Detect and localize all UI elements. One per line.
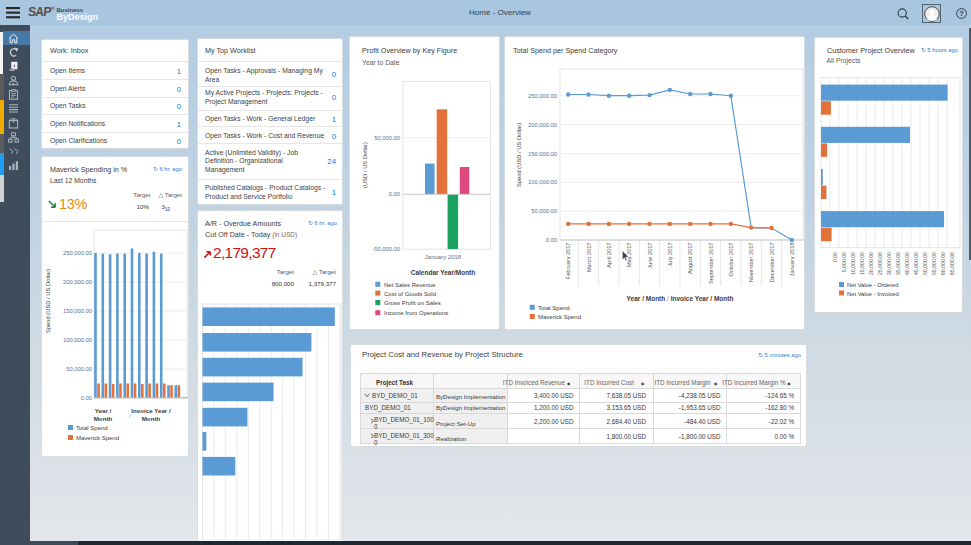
svg-text:Net Value - Ordered: Net Value - Ordered <box>847 282 898 288</box>
svg-text:15,000.00: 15,000.00 <box>859 252 865 275</box>
svg-text:February 2017: February 2017 <box>565 243 571 279</box>
svg-text:Total Spend: Total Spend <box>538 305 570 311</box>
svg-text:September 2017: September 2017 <box>708 243 714 284</box>
svg-text:Calendar Year/Month: Calendar Year/Month <box>411 269 476 276</box>
svg-text:30,000.00: 30,000.00 <box>886 252 892 275</box>
svg-text:150,000.00: 150,000.00 <box>528 151 557 157</box>
svg-text:Month: Month <box>94 415 113 422</box>
svg-text:July 2017: July 2017 <box>667 243 673 267</box>
svg-text:50,000.00: 50,000.00 <box>531 208 557 214</box>
svg-text:50,000.00: 50,000.00 <box>922 252 928 275</box>
svg-text:250,000.00: 250,000.00 <box>63 250 92 256</box>
svg-text:0.00: 0.00 <box>389 191 400 197</box>
svg-text:Year / Month / Invoice Year /: Year / Month / Invoice Year / Month <box>627 295 734 302</box>
svg-text:Maverick Spend: Maverick Spend <box>76 435 119 441</box>
svg-text:35,000.00: 35,000.00 <box>895 252 901 275</box>
svg-text:100,000.00: 100,000.00 <box>528 179 557 185</box>
svg-text:August 2017: August 2017 <box>687 243 693 274</box>
svg-text:60,000.00: 60,000.00 <box>940 252 946 275</box>
svg-text:20,000.00: 20,000.00 <box>868 252 874 275</box>
svg-text:Year /: Year / <box>95 407 112 414</box>
svg-text:50,000.00: 50,000.00 <box>66 366 92 372</box>
svg-text:October 2017: October 2017 <box>728 243 734 277</box>
svg-text:?: ? <box>959 9 964 18</box>
svg-text:50,000.00: 50,000.00 <box>374 135 400 141</box>
svg-text:0.00: 0.00 <box>546 237 557 243</box>
svg-text:Invoice Year /: Invoice Year / <box>131 407 171 414</box>
svg-text:40,000.00: 40,000.00 <box>904 252 910 275</box>
svg-text:Maverick Spend: Maverick Spend <box>538 314 581 320</box>
svg-text:Net Sales Revenue: Net Sales Revenue <box>384 282 436 288</box>
svg-text:150,000.00: 150,000.00 <box>63 308 92 314</box>
svg-text:250,000.00: 250,000.00 <box>528 93 557 99</box>
svg-text:January 2018: January 2018 <box>789 243 795 277</box>
svg-text:10,000.00: 10,000.00 <box>850 252 856 275</box>
svg-text:Spend (USD / US Dollar): Spend (USD / US Dollar) <box>516 123 522 187</box>
svg-text:January 2018: January 2018 <box>425 254 462 260</box>
svg-text:March 2017: March 2017 <box>586 243 592 273</box>
svg-text:Income from Operations: Income from Operations <box>384 310 448 316</box>
svg-text:Net Value - Invoiced: Net Value - Invoiced <box>847 291 899 297</box>
svg-text:25,000.00: 25,000.00 <box>877 252 883 275</box>
svg-text:(USD / US Dollar): (USD / US Dollar) <box>362 142 368 188</box>
svg-text:April 2017: April 2017 <box>606 243 612 268</box>
svg-text:June 2017: June 2017 <box>647 243 653 269</box>
svg-text:0.00: 0.00 <box>832 252 838 262</box>
svg-text:Spend (USD / US Dollar): Spend (USD / US Dollar) <box>45 269 51 333</box>
svg-text:55,000.00: 55,000.00 <box>931 252 937 275</box>
svg-text:0.00: 0.00 <box>81 395 92 401</box>
svg-text:November 2017: November 2017 <box>748 242 754 282</box>
svg-text:Cost of Goods Sold: Cost of Goods Sold <box>384 291 436 297</box>
svg-text:5,000.00: 5,000.00 <box>841 252 847 272</box>
svg-text:100,000.00: 100,000.00 <box>63 337 92 343</box>
svg-text:Gross Profit on Sales: Gross Profit on Sales <box>384 300 441 306</box>
svg-text:Month: Month <box>142 415 161 422</box>
svg-text:200,000.00: 200,000.00 <box>528 122 557 128</box>
svg-text:Total Spend: Total Spend <box>76 425 108 431</box>
svg-text:-50,000.00: -50,000.00 <box>372 246 400 252</box>
svg-text:May 2017: May 2017 <box>626 243 632 268</box>
svg-text:200,000.00: 200,000.00 <box>63 279 92 285</box>
svg-text:45,000.00: 45,000.00 <box>913 252 919 275</box>
svg-text:65,000.00: 65,000.00 <box>949 252 955 275</box>
svg-text:December 2017: December 2017 <box>769 243 775 283</box>
